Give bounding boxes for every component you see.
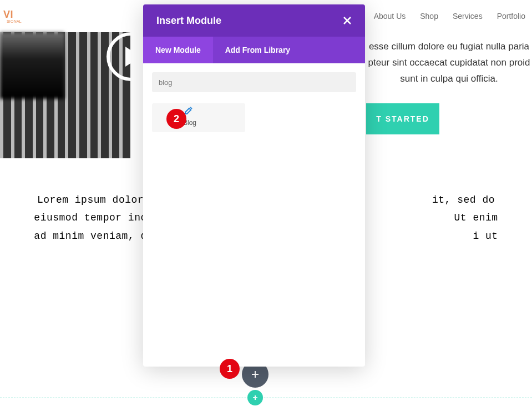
module-search-input[interactable]: blog (152, 72, 356, 92)
close-icon (343, 16, 352, 25)
logo-text: VI (3, 9, 13, 20)
modal-tabs: New Module Add From Library (143, 37, 365, 63)
modal-header: Insert Module (143, 4, 365, 37)
tab-new-module-label: New Module (155, 46, 201, 54)
annotation-marker-2: 2 (166, 109, 186, 129)
hero-line-3: sunt in culpa qui officia. (366, 71, 532, 87)
insert-module-modal: Insert Module New Module Add From Librar… (143, 4, 365, 367)
modal-title: Insert Module (156, 15, 221, 27)
modal-body: blog Blog (143, 63, 365, 141)
site-logo[interactable]: VI SIONAL (7, 9, 22, 23)
cta-label: T STARTED (376, 114, 429, 123)
nav-links: About Us Shop Services Portfolio (374, 12, 525, 21)
annotation-marker-1: 1 (220, 359, 240, 379)
tab-new-module[interactable]: New Module (143, 37, 213, 63)
tab-library-label: Add From Library (225, 46, 290, 54)
plus-icon (251, 370, 259, 378)
hero-line-2: pteur sint occaecat cupidatat non proid (366, 55, 532, 71)
search-value: blog (159, 78, 173, 87)
hero-copy: esse cillum dolore eu fugiat nulla paria… (366, 39, 532, 87)
hero-blur (0, 32, 64, 99)
nav-about[interactable]: About Us (374, 12, 406, 21)
play-icon (125, 47, 141, 67)
tab-add-from-library[interactable]: Add From Library (213, 37, 302, 63)
nav-portfolio[interactable]: Portfolio (497, 12, 525, 21)
modal-close-button[interactable] (343, 16, 352, 25)
logo-subtext: SIONAL (7, 19, 22, 23)
hero-line-1: esse cillum dolore eu fugiat nulla paria (366, 39, 532, 55)
nav-shop[interactable]: Shop (420, 12, 438, 21)
get-started-button[interactable]: T STARTED (366, 103, 439, 134)
nav-services[interactable]: Services (453, 12, 483, 21)
row-divider (0, 398, 532, 398)
